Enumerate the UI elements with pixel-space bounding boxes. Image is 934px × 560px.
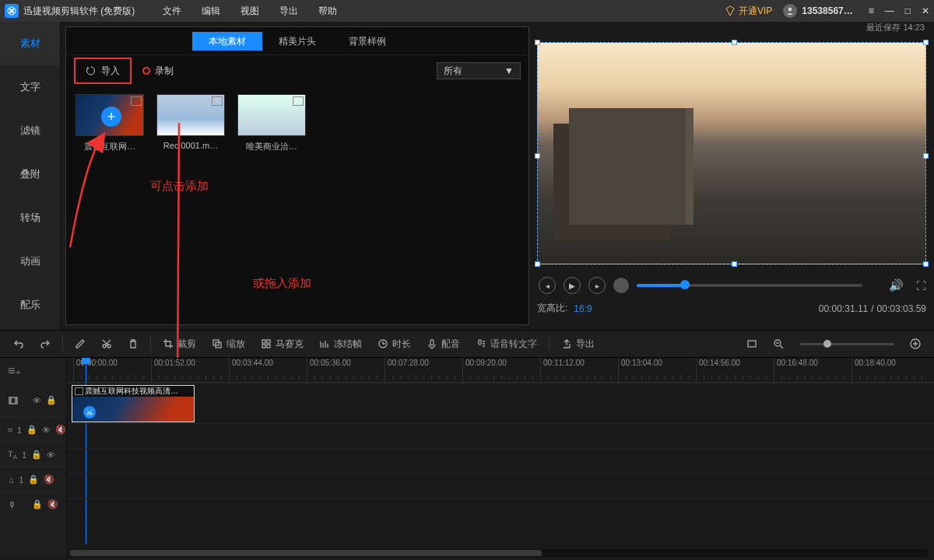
media-panel: 本地素材 精美片头 背景样例 导入 录制 所有 ▼ + 震撼互联网… — [65, 26, 529, 325]
fullscreen-icon[interactable]: ⛶ — [916, 280, 926, 292]
mosaic-icon — [261, 338, 272, 349]
mosaic-button[interactable]: 马赛克 — [255, 334, 309, 353]
menu-view[interactable]: 视图 — [241, 5, 259, 18]
stop-button[interactable] — [613, 278, 629, 293]
timeline-toolbar: 裁剪 缩放 马赛克 冻结帧 时长 配音 语音转文字 导出 — [0, 330, 934, 358]
clip-title: 震撼互联网科技视频高清… — [72, 386, 194, 397]
trash-icon — [128, 338, 139, 349]
user-menu[interactable]: 13538567… — [783, 4, 852, 18]
svg-rect-6 — [262, 340, 265, 343]
menu-export[interactable]: 导出 — [279, 5, 298, 18]
lock-icon[interactable]: 🔒 — [26, 425, 37, 435]
crop-icon — [163, 338, 174, 349]
tab-transition[interactable]: 转场 — [0, 196, 60, 240]
timeline-clip[interactable]: 震撼互联网科技视频高清… — [72, 385, 195, 422]
lock-icon[interactable]: 🔒 — [31, 450, 42, 460]
mtab-intro[interactable]: 精美片头 — [262, 32, 332, 51]
prev-frame-button[interactable]: ◂ — [539, 277, 556, 294]
zoom-out-button[interactable] — [767, 334, 789, 353]
thumb-caption: 唯美商业洽… — [237, 141, 306, 152]
lock-icon[interactable]: 🔒 — [46, 395, 57, 405]
zoom-in-icon — [910, 338, 921, 349]
redo-button[interactable] — [34, 334, 56, 353]
undo-button[interactable] — [8, 334, 30, 353]
mtab-background[interactable]: 背景样例 — [332, 32, 402, 51]
plus-icon[interactable]: + — [101, 107, 121, 127]
export-icon — [561, 338, 572, 349]
tab-animation[interactable]: 动画 — [0, 240, 60, 283]
zoom-button[interactable]: 缩放 — [206, 334, 251, 353]
track-head-text[interactable]: TA 1 🔒 👁 — [0, 442, 66, 467]
stt-button[interactable]: 语音转文字 — [470, 334, 542, 353]
mute-icon[interactable]: 🔇 — [55, 425, 66, 435]
import-icon — [86, 65, 97, 76]
track-head-video[interactable]: 👁 🔒 — [0, 383, 66, 417]
film-icon — [8, 395, 19, 406]
tab-overlay[interactable]: 叠附 — [0, 152, 60, 196]
edit-button[interactable] — [69, 334, 91, 353]
track-head-voice[interactable]: 🎙 🔒 🔇 — [0, 492, 66, 516]
close-icon[interactable]: ✕ — [922, 5, 929, 16]
zoom-slider[interactable] — [800, 343, 894, 345]
volume-icon[interactable]: 🔊 — [889, 278, 904, 292]
add-track-icon[interactable]: ≡₊ — [8, 363, 21, 378]
next-frame-button[interactable]: ▸ — [588, 277, 606, 294]
horizontal-scrollbar[interactable] — [70, 549, 928, 557]
track-head-video2[interactable]: 1 🔒 👁 🔇 — [0, 417, 66, 442]
dub-button[interactable]: 配音 — [421, 334, 465, 353]
mute-icon[interactable]: 🔇 — [44, 474, 54, 485]
tab-music[interactable]: 配乐 — [0, 283, 60, 327]
more-icon[interactable]: ≡ — [869, 5, 874, 16]
delete-button[interactable] — [122, 334, 144, 353]
menu-file[interactable]: 文件 — [163, 5, 181, 18]
vip-button[interactable]: 开通VIP — [725, 5, 772, 18]
video2-lane[interactable] — [67, 423, 934, 448]
scissors-icon — [83, 406, 96, 418]
video-lane[interactable]: 震撼互联网科技视频高清… — [67, 383, 934, 423]
side-tabs: 素材 文字 滤镜 叠附 转场 动画 配乐 — [0, 22, 61, 330]
mtab-local[interactable]: 本地素材 — [192, 32, 262, 51]
preview-frame[interactable] — [537, 42, 926, 264]
username-label: 13538567… — [802, 5, 852, 16]
lock-icon[interactable]: 🔒 — [28, 474, 39, 485]
fit-button[interactable] — [741, 334, 763, 353]
tab-text[interactable]: 文字 — [0, 65, 60, 109]
mute-icon[interactable]: 🔇 — [47, 499, 58, 509]
timeline: ≡₊ 👁 🔒 1 🔒 👁 🔇 TA 1 🔒 👁 ♫ 1 🔒 🔇 — [0, 358, 934, 558]
audio-lane[interactable] — [67, 473, 934, 498]
media-thumb[interactable]: Rec 0001.m… — [156, 94, 225, 152]
export-button[interactable]: 导出 — [556, 334, 600, 353]
crop-button[interactable]: 裁剪 — [157, 334, 202, 353]
maximize-icon[interactable]: □ — [905, 5, 911, 16]
record-button[interactable]: 录制 — [142, 65, 174, 78]
aspect-value[interactable]: 16:9 — [574, 303, 592, 314]
freeze-button[interactable]: 冻结帧 — [314, 334, 367, 353]
redo-icon — [40, 338, 51, 349]
tab-media[interactable]: 素材 — [0, 22, 60, 65]
cut-button[interactable] — [96, 334, 118, 353]
zoom-out-icon — [773, 338, 784, 349]
zoom-in-button[interactable] — [904, 334, 926, 353]
import-button[interactable]: 导入 — [74, 58, 132, 84]
play-button[interactable]: ▶ — [564, 277, 581, 294]
duration-button[interactable]: 时长 — [372, 334, 416, 353]
voice-lane[interactable] — [67, 498, 934, 523]
tab-filter[interactable]: 滤镜 — [0, 109, 60, 152]
eye-icon[interactable]: 👁 — [47, 450, 55, 460]
text-lane[interactable] — [67, 448, 934, 473]
ruler-tick: 00:03:44.00 — [229, 358, 273, 383]
filter-dropdown[interactable]: 所有 ▼ — [437, 62, 521, 79]
time-ruler[interactable]: 00:00:00.0000:01:52.0000:03:44.0000:05:3… — [67, 358, 934, 383]
seek-slider[interactable] — [637, 284, 862, 287]
menu-edit[interactable]: 编辑 — [202, 5, 220, 18]
media-thumb[interactable]: 唯美商业洽… — [237, 94, 306, 152]
eye-icon[interactable]: 👁 — [33, 396, 41, 405]
menu-help[interactable]: 帮助 — [318, 5, 337, 18]
eye-icon[interactable]: 👁 — [42, 425, 51, 435]
track-head-audio[interactable]: ♫ 1 🔒 🔇 — [0, 467, 66, 492]
chevron-down-icon: ▼ — [504, 65, 514, 76]
time-current: 00:00:31.11 — [819, 303, 868, 314]
media-thumb[interactable]: + 震撼互联网… — [75, 94, 144, 152]
lock-icon[interactable]: 🔒 — [32, 499, 43, 509]
minimize-icon[interactable]: — — [885, 5, 894, 16]
